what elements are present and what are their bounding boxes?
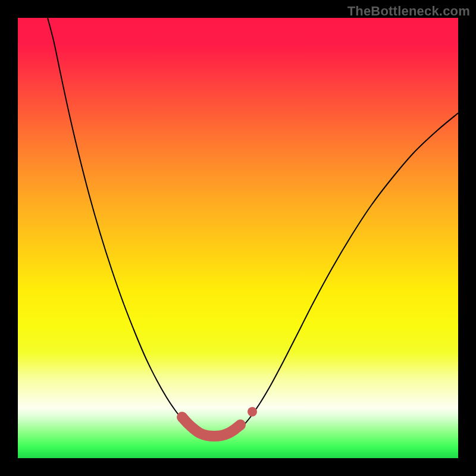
- plot-area: [18, 18, 458, 458]
- chart-stage: TheBottleneck.com: [0, 0, 476, 476]
- watermark-label: TheBottleneck.com: [347, 4, 470, 19]
- background-gradient: [18, 18, 458, 458]
